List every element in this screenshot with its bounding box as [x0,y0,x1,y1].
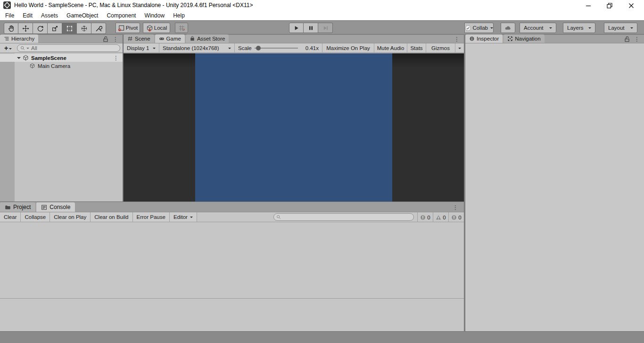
layout-dropdown[interactable]: Layout [604,23,637,33]
console-log-area[interactable] [0,223,464,331]
rotate-tool-button[interactable] [33,23,48,34]
lock-icon[interactable] [103,36,108,43]
menu-assets[interactable]: Assets [37,11,62,20]
pivot-toggle-button[interactable]: Pivot [116,23,140,33]
info-bubble-icon [420,215,426,220]
minimize-icon [586,3,591,8]
play-controls-group [289,23,333,33]
project-tab-label: Project [13,204,31,210]
unity-scene-icon [23,55,29,61]
clear-button[interactable]: Clear [0,212,21,222]
close-button[interactable] [623,0,639,11]
console-search-icon [276,215,281,219]
pivot-label: Pivot [126,25,138,31]
inspector-kebab-menu[interactable]: ⋮ [634,36,640,42]
tab-navigation[interactable]: Navigation [504,34,544,43]
account-dropdown[interactable]: Account [520,23,556,33]
hierarchy-visibility-gutter[interactable] [0,53,15,201]
console-search-input[interactable] [281,214,411,220]
stats-button[interactable]: Stats [407,43,426,52]
tab-hierarchy[interactable]: Hierarchy [0,34,38,43]
navigation-tab-label: Navigation [515,36,540,42]
scale-slider[interactable] [255,48,298,49]
folder-icon [5,204,11,210]
tab-project[interactable]: Project [0,202,35,212]
hierarchy-kebab-menu[interactable]: ⋮ [113,36,118,42]
menu-window[interactable]: Window [140,11,169,20]
hierarchy-panel: Hierarchy ⋮ + All SampleScene ⋮ Main Cam… [0,35,123,202]
hierarchy-search-input[interactable]: All [17,44,120,52]
tab-asset-store[interactable]: Asset Store [186,34,229,43]
tree-item-main-camera[interactable]: Main Camera [0,62,123,70]
rect-tool-button[interactable] [62,23,77,34]
local-toggle-button[interactable]: Local [143,23,170,33]
gizmos-caret-button[interactable] [455,43,464,52]
rotation-toggle-group: Local [143,23,170,33]
game-view-toolbar: Display 1 Standalone (1024x768) Scale 0.… [124,43,464,53]
collab-button[interactable]: Collab [464,23,494,33]
maximize-on-play-button[interactable]: Maximize On Play [322,43,374,52]
menu-file[interactable]: File [1,11,18,20]
error-pause-button[interactable]: Error Pause [133,212,170,222]
warning-count-toggle[interactable]: 0 [433,212,448,222]
scale-tool-button[interactable] [48,23,62,34]
tree-item-samplescene[interactable]: SampleScene ⋮ [0,54,123,62]
collapse-label: Collapse [25,214,46,220]
menubar: File Edit Assets GameObject Component Wi… [0,11,644,20]
console-split-divider[interactable] [0,298,464,299]
menu-component[interactable]: Component [102,11,140,20]
inspector-lock-icon[interactable] [625,36,630,43]
play-button[interactable] [289,23,304,33]
collapse-button[interactable]: Collapse [21,212,50,222]
menu-help[interactable]: Help [169,11,189,20]
editor-dropdown[interactable]: Editor [170,212,197,222]
menu-gameobject[interactable]: GameObject [62,11,102,20]
foldout-arrow-icon[interactable] [17,57,21,61]
game-viewport[interactable] [124,53,464,201]
tab-console[interactable]: Console [36,202,75,212]
tab-inspector[interactable]: Inspector [465,34,503,43]
search-icon [20,46,25,50]
cloud-services-button[interactable] [501,23,515,33]
custom-tools-button[interactable] [91,23,106,34]
pause-button[interactable] [304,23,318,33]
menu-edit[interactable]: Edit [18,11,37,20]
console-search-field[interactable] [273,213,414,221]
tab-game[interactable]: Game [155,34,185,43]
console-kebab-menu[interactable]: ⋮ [453,204,458,211]
step-button[interactable] [318,23,333,33]
game-panel-kebab-menu[interactable]: ⋮ [454,36,460,42]
scene-kebab-menu[interactable]: ⋮ [113,55,119,61]
hierarchy-tab-label: Hierarchy [11,36,34,42]
grid-snap-button[interactable] [175,23,188,33]
warning-count: 0 [443,215,446,220]
clear-on-build-button[interactable]: Clear on Build [91,212,132,222]
display-caret [153,48,156,50]
unity-app-icon [3,1,11,9]
hierarchy-tabstrip: Hierarchy ⋮ [0,35,123,43]
error-bubble-icon [451,215,457,220]
hand-tool-button[interactable] [4,23,18,34]
error-count-toggle[interactable]: 0 [448,212,464,222]
create-object-button[interactable]: + [2,44,14,52]
transform-tool-button[interactable] [77,23,91,34]
minimize-button[interactable] [580,0,596,11]
collab-check-icon [465,25,471,32]
resolution-dropdown[interactable]: Standalone (1024x768) [159,43,235,52]
layout-group: Layout [604,23,637,33]
move-tool-button[interactable] [18,23,33,34]
tab-scene[interactable]: Scene [124,34,154,43]
info-count: 0 [427,215,430,220]
scale-slider-thumb[interactable] [256,46,261,50]
hand-icon [8,25,15,32]
bottom-tabstrip: Project Console ⋮ [0,202,464,212]
info-count-toggle[interactable]: 0 [417,212,433,222]
layers-dropdown[interactable]: Layers [563,23,595,33]
console-count-badges: 0 0 0 [417,212,464,222]
layers-group: Layers [563,23,595,33]
restore-button[interactable] [602,0,618,11]
clear-on-play-button[interactable]: Clear on Play [50,212,91,222]
gizmos-button[interactable]: Gizmos [426,43,455,52]
display-dropdown[interactable]: Display 1 [124,43,159,52]
mute-audio-button[interactable]: Mute Audio [374,43,407,52]
